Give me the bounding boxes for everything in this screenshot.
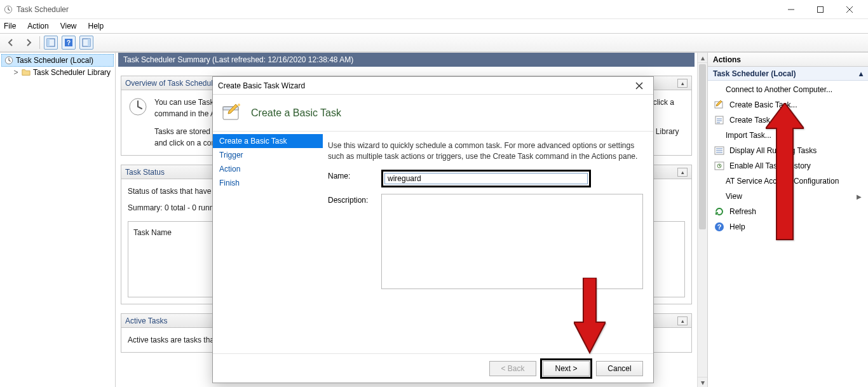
action-icon: [714, 100, 724, 110]
tree-library-label: Task Scheduler Library: [33, 68, 111, 77]
wizard-steps: Create a Basic TaskTriggerActionFinish: [213, 132, 323, 353]
svg-point-19: [238, 104, 240, 106]
svg-text:?: ?: [67, 39, 71, 46]
center-scrollbar[interactable]: ▴ ▾: [697, 53, 707, 387]
menu-action[interactable]: Action: [27, 22, 48, 31]
wizard-dialog: Create Basic Task Wizard Create a Basic …: [212, 76, 654, 383]
actions-list: Connect to Another Computer...Create Bas…: [708, 81, 868, 236]
task-status-title: Task Status: [125, 168, 165, 177]
action-label: Help: [729, 222, 745, 231]
svg-rect-1: [818, 6, 824, 12]
action-label: Create Basic Task...: [729, 100, 797, 109]
tree-pane: Task Scheduler (Local) > Task Scheduler …: [0, 53, 116, 387]
dialog-titlebar[interactable]: Create Basic Task Wizard: [213, 77, 653, 95]
action-view[interactable]: View▶: [708, 189, 868, 204]
show-hide-action-button[interactable]: [79, 36, 93, 50]
back-button: < Back: [489, 361, 536, 376]
window-controls: [776, 0, 864, 19]
action-label: Import Task...: [726, 131, 771, 140]
action-display-all-running-tasks[interactable]: Display All Running Tasks: [708, 143, 868, 158]
actions-section-collapse[interactable]: ▴: [859, 69, 863, 78]
task-status-col: Task Name: [133, 228, 172, 237]
next-button[interactable]: Next >: [543, 361, 590, 376]
action-label: Connect to Another Computer...: [726, 85, 832, 94]
cancel-button[interactable]: Cancel: [596, 361, 643, 376]
action-create-task[interactable]: Create Task...: [708, 112, 868, 128]
wizard-form: Use this wizard to quickly schedule a co…: [323, 132, 653, 353]
app-icon: [4, 5, 13, 14]
action-icon: [714, 161, 724, 171]
action-connect-to-another-computer[interactable]: Connect to Another Computer...: [708, 82, 868, 97]
wizard-step-create-a-basic-task[interactable]: Create a Basic Task: [213, 134, 323, 148]
maximize-button[interactable]: [806, 0, 835, 19]
menubar: File Action View Help: [0, 19, 868, 33]
wizard-body: Create a Basic TaskTriggerActionFinish U…: [213, 132, 653, 353]
menu-help[interactable]: Help: [88, 22, 104, 31]
minimize-button[interactable]: [776, 0, 806, 19]
submenu-arrow-icon: ▶: [857, 193, 862, 200]
action-create-basic-task[interactable]: Create Basic Task...: [708, 97, 868, 112]
scroll-up[interactable]: ▴: [698, 53, 707, 63]
active-tasks-title: Active Tasks: [125, 316, 167, 325]
clock-large-icon: [128, 97, 148, 117]
action-icon: [714, 115, 724, 125]
action-icon: [714, 207, 724, 217]
actions-section-label: Task Scheduler (Local): [713, 69, 796, 78]
wizard-icon: [220, 102, 243, 125]
overview-collapse[interactable]: ▴: [677, 79, 688, 88]
clock-icon: [4, 56, 13, 65]
dialog-buttons: < Back Next > Cancel: [213, 353, 653, 383]
svg-text:?: ?: [717, 223, 722, 231]
action-at-service-account-configuration[interactable]: AT Service Account Configuration: [708, 173, 868, 189]
wizard-step-finish[interactable]: Finish: [213, 176, 323, 190]
svg-rect-3: [47, 39, 50, 46]
actions-title: Actions: [708, 53, 868, 67]
dialog-close-button[interactable]: [630, 78, 648, 93]
back-button[interactable]: [4, 36, 18, 50]
action-icon: ?: [714, 222, 724, 232]
action-refresh[interactable]: Refresh: [708, 204, 868, 219]
summary-header: Task Scheduler Summary (Last refreshed: …: [118, 53, 695, 67]
action-label: View: [726, 192, 742, 201]
wizard-step-action[interactable]: Action: [213, 162, 323, 176]
forward-button[interactable]: [22, 36, 36, 50]
action-label: Create Task...: [729, 116, 776, 125]
wizard-instructions: Use this wizard to quickly schedule a co…: [328, 140, 639, 162]
dialog-title: Create Basic Task Wizard: [218, 81, 305, 90]
menu-file[interactable]: File: [4, 22, 16, 31]
menu-view[interactable]: View: [60, 22, 77, 31]
desc-label: Description:: [328, 194, 372, 205]
action-label: Refresh: [729, 207, 756, 216]
scroll-down[interactable]: ▾: [698, 377, 707, 387]
tree-expander[interactable]: >: [13, 68, 19, 77]
tree-root-label: Task Scheduler (Local): [16, 56, 93, 65]
action-icon: [714, 146, 724, 156]
help-toolbar-button[interactable]: ?: [62, 36, 76, 50]
actions-pane: Actions Task Scheduler (Local) ▴ Connect…: [708, 53, 868, 387]
close-button[interactable]: [835, 0, 864, 19]
app-title: Task Scheduler: [17, 5, 69, 14]
scroll-thumb[interactable]: [699, 64, 706, 229]
svg-rect-7: [88, 39, 90, 46]
name-label: Name:: [328, 170, 372, 180]
action-import-task[interactable]: Import Task...: [708, 128, 868, 143]
show-hide-tree-button[interactable]: [44, 36, 58, 50]
action-help[interactable]: ?Help: [708, 219, 868, 234]
active-tasks-collapse[interactable]: ▴: [677, 316, 688, 325]
task-status-collapse[interactable]: ▴: [677, 168, 688, 177]
action-label: Enable All Tasks History: [729, 161, 811, 170]
dialog-heading: Create a Basic Task: [251, 107, 341, 119]
titlebar: Task Scheduler: [0, 0, 868, 19]
overview-title: Overview of Task Scheduler: [125, 79, 220, 88]
tree-root[interactable]: Task Scheduler (Local): [1, 54, 114, 67]
name-input[interactable]: [384, 173, 588, 184]
actions-section[interactable]: Task Scheduler (Local) ▴: [708, 67, 868, 81]
toolbar: ?: [0, 33, 868, 52]
desc-textarea[interactable]: [381, 194, 643, 289]
wizard-step-trigger[interactable]: Trigger: [213, 148, 323, 162]
action-label: AT Service Account Configuration: [726, 177, 839, 186]
action-enable-all-tasks-history[interactable]: Enable All Tasks History: [708, 158, 868, 173]
toolbar-sep: [39, 36, 40, 49]
tree-library[interactable]: > Task Scheduler Library: [1, 67, 114, 78]
name-highlight: [381, 170, 591, 187]
